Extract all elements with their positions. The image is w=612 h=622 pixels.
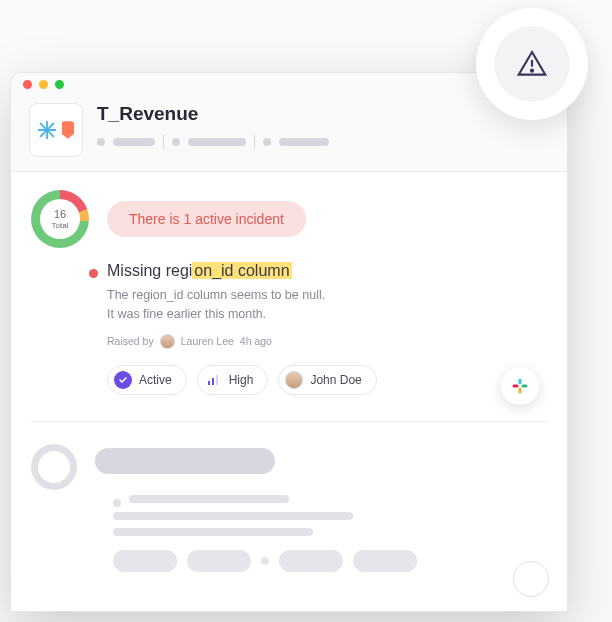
incident-chips-row: Active High John Doe <box>107 365 547 395</box>
svg-rect-9 <box>519 378 522 384</box>
window-minimize-button[interactable] <box>39 80 48 89</box>
incident-desc-line: It was fine earlier this month. <box>107 307 266 321</box>
incident-title: Missing region_id column <box>107 262 547 280</box>
alert-floating-badge[interactable] <box>476 8 588 120</box>
summary-row: 16 Total There is 1 active incident <box>31 190 547 248</box>
assignee-chip-label: John Doe <box>310 373 361 387</box>
floating-ghost-button[interactable] <box>513 561 549 597</box>
meta-placeholder-bar <box>279 138 329 146</box>
incident-desc-line: The region_id column seems to be null. <box>107 288 325 302</box>
svg-rect-6 <box>208 381 210 385</box>
slack-share-button[interactable] <box>501 367 539 405</box>
active-incident-banner[interactable]: There is 1 active incident <box>107 201 306 237</box>
assignee-chip[interactable]: John Doe <box>278 365 376 395</box>
skeleton-chip <box>113 550 177 572</box>
skeleton-pill <box>95 448 275 474</box>
donut-total-value: 16 <box>52 208 69 221</box>
avatar <box>285 371 303 389</box>
check-circle-icon <box>114 371 132 389</box>
skeleton-dot <box>113 499 121 507</box>
incident-donut-chart[interactable]: 16 Total <box>31 190 89 248</box>
tag-icon <box>62 120 76 140</box>
skeleton-chip <box>187 550 251 572</box>
raised-prefix: Raised by <box>107 335 154 347</box>
content-area: 16 Total There is 1 active incident Miss… <box>11 172 567 422</box>
donut-center-label: 16 Total <box>52 208 69 231</box>
skeleton-line <box>113 512 353 520</box>
priority-chip[interactable]: High <box>197 365 269 395</box>
incident-status-dot-icon <box>89 269 98 278</box>
svg-point-1 <box>531 70 533 72</box>
incident-description: The region_id column seems to be null. I… <box>107 286 547 324</box>
raised-by-name: Lauren Lee <box>181 335 234 347</box>
app-window: T_Revenue 16 Total There is 1 active i <box>10 72 568 612</box>
header-meta <box>97 135 329 149</box>
bar-chart-icon <box>204 371 222 389</box>
svg-rect-8 <box>216 375 218 385</box>
status-chip[interactable]: Active <box>107 365 187 395</box>
skeleton-section <box>11 422 567 572</box>
datasource-icon-tile <box>29 103 83 157</box>
skeleton-line <box>129 495 289 503</box>
warning-triangle-icon <box>516 48 548 80</box>
window-zoom-button[interactable] <box>55 80 64 89</box>
meta-separator <box>254 135 255 149</box>
priority-chip-label: High <box>229 373 254 387</box>
incident-title-highlight: on_id column <box>192 262 291 279</box>
page-title: T_Revenue <box>97 103 329 125</box>
skeleton-body <box>95 444 547 572</box>
status-chip-label: Active <box>139 373 172 387</box>
meta-placeholder-dot <box>97 138 105 146</box>
svg-rect-7 <box>212 378 214 385</box>
meta-placeholder-bar <box>188 138 246 146</box>
incident-title-text: Missing regi <box>107 262 192 279</box>
skeleton-lines <box>95 494 547 536</box>
meta-separator <box>163 135 164 149</box>
donut-total-label: Total <box>52 221 69 230</box>
slack-icon <box>511 377 529 395</box>
skeleton-chip <box>353 550 417 572</box>
alert-floating-badge-inner <box>494 26 570 102</box>
window-close-button[interactable] <box>23 80 32 89</box>
skeleton-circle <box>31 444 77 490</box>
skeleton-line <box>113 528 313 536</box>
header-text-block: T_Revenue <box>97 103 329 149</box>
incident-raised-by: Raised by Lauren Lee 4h ago <box>107 334 547 349</box>
meta-placeholder-dot <box>263 138 271 146</box>
skeleton-dot <box>261 557 269 565</box>
svg-rect-11 <box>519 387 522 393</box>
incident-card[interactable]: Missing region_id column The region_id c… <box>31 248 547 411</box>
svg-rect-10 <box>522 384 528 387</box>
raised-time: 4h ago <box>240 335 272 347</box>
skeleton-chips-row <box>95 550 547 572</box>
svg-rect-12 <box>513 384 519 387</box>
snowflake-icon <box>36 119 58 141</box>
meta-placeholder-dot <box>172 138 180 146</box>
avatar <box>160 334 175 349</box>
meta-placeholder-bar <box>113 138 155 146</box>
page-header: T_Revenue <box>11 95 567 172</box>
skeleton-chip <box>279 550 343 572</box>
